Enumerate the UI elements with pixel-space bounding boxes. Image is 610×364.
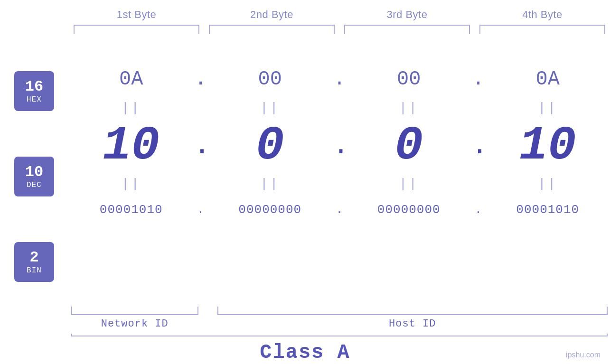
hex-badge: 16 HEX bbox=[14, 71, 54, 111]
hex-row: 0A . 00 . 00 . 0A bbox=[69, 60, 610, 98]
network-id-label: Network ID bbox=[101, 318, 169, 330]
equals2-3: || bbox=[347, 177, 471, 191]
main-container: 1st Byte 2nd Byte 3rd Byte 4th Byte 16 H… bbox=[0, 0, 610, 364]
bin-badge-number: 2 bbox=[29, 249, 38, 266]
dec-byte3: 0 bbox=[347, 119, 471, 173]
hex-sep3: . bbox=[471, 68, 486, 91]
hex-badge-number: 16 bbox=[25, 78, 43, 95]
bracket-top-3 bbox=[344, 25, 470, 34]
byte3-header: 3rd Byte bbox=[339, 9, 475, 21]
bin-byte4: 00001010 bbox=[486, 203, 610, 217]
equals-row-2: || || || || bbox=[69, 174, 610, 193]
dec-row: 10 . 0 . 0 . 10 bbox=[69, 117, 610, 174]
network-id-section: Network ID bbox=[69, 307, 201, 330]
equals2-4: || bbox=[486, 177, 610, 191]
dec-badge-label: DEC bbox=[27, 181, 42, 189]
watermark: ipshu.com bbox=[566, 351, 601, 359]
byte2-header: 2nd Byte bbox=[204, 9, 339, 21]
bin-byte1: 00001010 bbox=[69, 203, 194, 217]
dec-byte4: 10 bbox=[486, 119, 610, 173]
hex-badge-label: HEX bbox=[27, 95, 42, 104]
bin-row: 00001010 . 00000000 . 00000000 . 0000101… bbox=[69, 193, 610, 226]
bin-byte2: 00000000 bbox=[208, 203, 333, 217]
byte1-header: 1st Byte bbox=[69, 9, 204, 21]
hex-byte3: 00 bbox=[347, 68, 471, 91]
bracket-top-2 bbox=[209, 25, 335, 34]
equals-3: || bbox=[347, 101, 471, 115]
host-id-section: Host ID bbox=[215, 307, 610, 330]
bin-sep1: . bbox=[194, 203, 208, 217]
class-bracket bbox=[71, 334, 608, 336]
host-id-label: Host ID bbox=[389, 318, 436, 330]
equals2-1: || bbox=[69, 177, 194, 191]
hex-sep1: . bbox=[194, 68, 208, 91]
bin-sep2: . bbox=[332, 203, 347, 217]
equals2-2: || bbox=[208, 177, 333, 191]
hex-byte4: 0A bbox=[486, 68, 610, 91]
host-bracket bbox=[217, 307, 608, 315]
bottom-brackets-area: Network ID Host ID bbox=[69, 307, 610, 330]
byte-headers: 1st Byte 2nd Byte 3rd Byte 4th Byte bbox=[0, 9, 610, 21]
dec-badge-number: 10 bbox=[25, 164, 43, 180]
dec-sep2: . bbox=[332, 117, 347, 174]
dec-sep1: . bbox=[194, 117, 208, 174]
byte4-header: 4th Byte bbox=[475, 9, 610, 21]
bin-badge-label: BIN bbox=[27, 266, 42, 275]
bin-sep3: . bbox=[471, 203, 486, 217]
dec-byte2: 0 bbox=[208, 119, 333, 173]
bracket-top-1 bbox=[74, 25, 199, 34]
equals-row-1: || || || || bbox=[69, 98, 610, 117]
top-brackets bbox=[0, 25, 610, 34]
hex-byte2: 00 bbox=[208, 68, 333, 91]
hex-byte1: 0A bbox=[69, 68, 194, 91]
equals-2: || bbox=[208, 101, 333, 115]
content-area: 16 HEX 10 DEC 2 BIN 0A . 00 . 00 . 0A bbox=[0, 34, 610, 305]
equals-4: || bbox=[486, 101, 610, 115]
dec-badge: 10 DEC bbox=[14, 157, 54, 196]
bin-badge: 2 BIN bbox=[14, 242, 54, 282]
bracket-top-4 bbox=[479, 25, 605, 34]
class-label: Class A bbox=[0, 341, 610, 364]
hex-sep2: . bbox=[332, 68, 347, 91]
bin-byte3: 00000000 bbox=[347, 203, 471, 217]
network-bracket bbox=[71, 307, 198, 315]
dec-sep3: . bbox=[471, 117, 486, 174]
values-area: 0A . 00 . 00 . 0A || || || || 10 bbox=[69, 34, 610, 305]
dec-byte1: 10 bbox=[69, 119, 194, 173]
badges-column: 16 HEX 10 DEC 2 BIN bbox=[14, 48, 69, 305]
equals-1: || bbox=[69, 101, 194, 115]
bracket-sep1 bbox=[201, 307, 215, 330]
